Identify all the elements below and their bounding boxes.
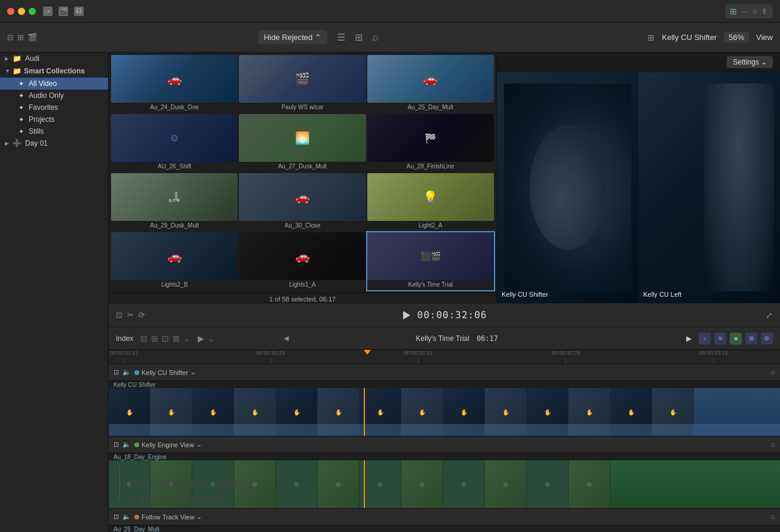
browser-icon: ⊞ (17, 33, 24, 42)
mini-thumb: ⚙ (318, 460, 360, 508)
clip-layout-icon[interactable]: ⊠ (173, 334, 180, 343)
waveform-icon[interactable]: ≋ (714, 333, 726, 345)
minimize-button[interactable] (18, 8, 25, 15)
list-item[interactable]: ⚙ AU_26_Shift (111, 114, 238, 172)
preview-header: Settings ⌄ (497, 53, 780, 72)
share-icon[interactable]: ⬆ (761, 7, 768, 16)
index-label[interactable]: Index (116, 334, 133, 343)
play-timeline-icon[interactable]: ▶ (198, 334, 204, 343)
clip-height-icon[interactable]: ⊡ (162, 334, 169, 343)
clip-appearance-icon[interactable]: ⊞ (151, 334, 158, 343)
thumbnail-image: 🏁 (367, 114, 494, 162)
sidebar-audi-label: Audi (25, 54, 39, 63)
options-icon[interactable]: ⟳ (139, 310, 145, 319)
list-view-btn[interactable]: ☰ (337, 32, 345, 43)
sidebar-item-projects[interactable]: ✦ Projects (0, 113, 108, 125)
list-item[interactable]: 🚗 Lights1_A (239, 232, 366, 290)
timeline-toolbar: Index ⊟ ⊞ ⊡ ⊠ ⌄ ▶ ⌄ ◀ Kelly's Time Trial (109, 327, 780, 350)
track-options-icon[interactable]: ⊟ (140, 334, 148, 343)
fullscreen-icon[interactable]: ⤢ (766, 310, 773, 320)
arrow-right-icon[interactable]: ▶ (686, 334, 692, 343)
color-icon[interactable]: ■ (730, 333, 742, 345)
thumbnail-image: 💡 (367, 173, 494, 221)
gear-icon-favorites: ✦ (17, 103, 25, 112)
track-audio-icon: 🔈 (122, 368, 131, 376)
sidebar-item-stills[interactable]: ✦ Stills (0, 125, 108, 137)
zoom-control[interactable]: 56% (724, 32, 749, 43)
list-view-icon[interactable]: — (741, 7, 749, 16)
timeline-options-chevron[interactable]: ⌄ (208, 334, 215, 343)
list-item[interactable]: 🌅 Au_27_Dusk_Mult (239, 114, 366, 172)
track-color-chip (134, 515, 139, 519)
sidebar-item-day01[interactable]: ▶ ➕ Day 01 (0, 137, 108, 149)
maximize-button[interactable] (29, 8, 36, 15)
clip-grid-icon: ⊞ (647, 33, 655, 42)
thumbnail-label: Au_28_FinishLine (367, 162, 494, 172)
libraries-icon[interactable]: 🎬 (59, 7, 68, 16)
playhead-track2 (364, 460, 365, 508)
clips-icon[interactable]: 🎞 (74, 7, 84, 16)
list-item[interactable]: 🚗 Au_30_Close (239, 173, 366, 231)
nav-icon[interactable]: ⇥ (43, 7, 53, 16)
annotation-line (119, 465, 120, 500)
ruler-label: 00:00:32:23 (552, 350, 581, 356)
caption-line2: in the timeline area. (127, 492, 253, 508)
list-item[interactable]: 🏞 Au_29_Dusk_Mult (111, 173, 238, 231)
browser-status: 1 of 58 selected, 06:17 (109, 293, 496, 303)
arrow-left-icon[interactable]: ◀ (284, 334, 288, 342)
layout-chevron-icon[interactable]: ⌄ (183, 334, 191, 343)
thumbnail-image: 🌅 (239, 114, 366, 162)
thumbnail-label: Au_24_Dusk_One (111, 103, 238, 113)
caption-text: The angle editor appears in the timeline… (127, 476, 253, 508)
chevron-down-icon: ▼ (5, 68, 10, 74)
preview-clip-right: Kelly CU Left (638, 72, 780, 303)
list-item-selected[interactable]: ⬛🎬 Kelly's Time Trial (367, 232, 494, 290)
track-audio-icon: 🔈 (122, 513, 131, 521)
zoom-value: 56% (729, 33, 744, 42)
audio-icon[interactable]: ♪ (699, 333, 711, 345)
thumbnail-label: Pauly WS w/car (239, 103, 366, 113)
detail-view-icon[interactable]: ≡ (753, 7, 757, 16)
search-icon[interactable]: ⌕ (372, 31, 379, 44)
play-button[interactable] (403, 311, 410, 319)
settings-tl-icon[interactable]: ⚙ (761, 333, 773, 345)
playback-bar: ⊡ ✂ ⟳ 00:00:32:06 ⤢ (109, 303, 780, 327)
trim-icon[interactable]: ✂ (127, 310, 134, 319)
content-area: 🚗 Au_24_Dusk_One 🎬 Pauly WS w/car 🚗 (109, 53, 780, 532)
thumbnail-grid: 🚗 Au_24_Dusk_One 🎬 Pauly WS w/car 🚗 (109, 53, 496, 293)
browser[interactable]: 🚗 Au_24_Dusk_One 🎬 Pauly WS w/car 🚗 (109, 53, 497, 303)
list-item[interactable]: 💡 Light2_A (367, 173, 494, 231)
clip-view-icon[interactable]: ⊡ (116, 310, 122, 319)
grid-view-icon[interactable]: ⊞ (730, 7, 737, 16)
track-label-chip: Kelly Engine View ⌄ (134, 441, 202, 448)
track-menu-icon[interactable]: ≡ (770, 512, 775, 522)
track-audio-wave (109, 424, 780, 436)
track-dropdown-icon[interactable]: ⌄ (196, 441, 202, 448)
settings-button[interactable]: Settings ⌄ (727, 56, 773, 68)
monitor-icon[interactable]: ⊞ (745, 333, 757, 345)
sidebar-item-audio-only[interactable]: ✦ Audio Only (0, 90, 108, 102)
track-dropdown-icon[interactable]: ⌄ (196, 513, 202, 521)
thumbnail-image: 🚗 (239, 173, 366, 221)
caption-container: The angle editor appears in the timeline… (119, 465, 253, 508)
sidebar-item-favorites[interactable]: ✦ Favorites (0, 102, 108, 113)
sidebar-item-all-video[interactable]: ✦ All Video (0, 78, 108, 90)
list-item[interactable]: 🚗 Au_24_Dusk_One (111, 55, 238, 113)
list-item[interactable]: 🚗 Lights2_B (111, 232, 238, 290)
view-button[interactable]: View (756, 33, 773, 42)
list-item[interactable]: 🚗 Au_25_Day_Mult (367, 55, 494, 113)
track-menu-icon[interactable]: ≡ (770, 440, 775, 450)
track-content[interactable]: ✋ ✋ ✋ ✋ (109, 388, 780, 436)
track-dropdown-icon[interactable]: ⌄ (191, 368, 196, 376)
grid-view-btn[interactable]: ⊞ (355, 32, 363, 43)
track-menu-icon[interactable]: ≡ (770, 368, 775, 377)
sidebar-item-audi[interactable]: ▶ 📁 Audi (0, 53, 108, 64)
hide-rejected-label: Hide Rejected (264, 33, 313, 42)
preview-clip-left: Kelly CU Shifter (497, 72, 638, 303)
list-item[interactable]: 🎬 Pauly WS w/car (239, 55, 366, 113)
list-item[interactable]: 🏁 Au_28_FinishLine (367, 114, 494, 172)
view-switcher[interactable]: ⊞ — ≡ ⬆ (725, 4, 773, 19)
mini-thumb: ⚙ (569, 460, 610, 508)
close-button[interactable] (7, 8, 14, 15)
hide-rejected-button[interactable]: Hide Rejected ⌃ (258, 30, 328, 44)
